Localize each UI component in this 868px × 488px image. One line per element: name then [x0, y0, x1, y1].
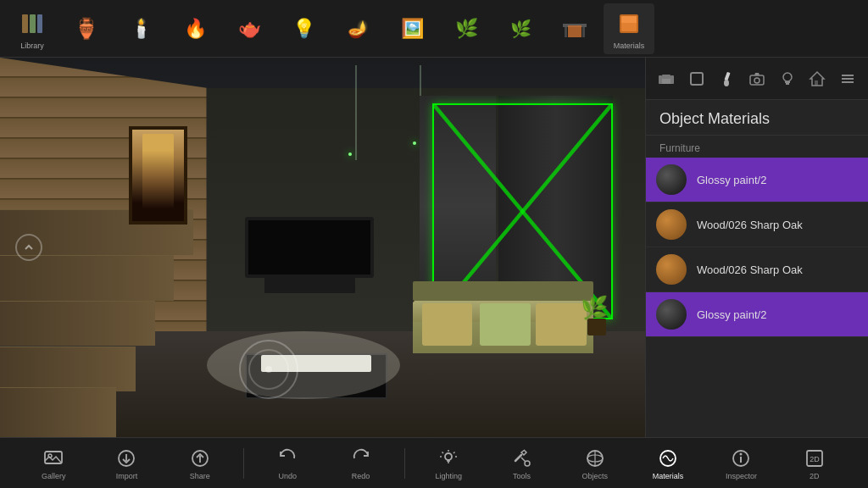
svg-line-46 [521, 458, 526, 462]
svg-line-42 [442, 452, 444, 453]
bottom-tool-tools[interactable]: Tools [492, 441, 552, 485]
top-tool-library[interactable]: Library [7, 3, 58, 54]
bottom-toolbar: Gallery Import Share [0, 437, 868, 488]
svg-point-36 [445, 453, 452, 460]
svg-line-44 [515, 455, 521, 461]
svg-rect-6 [568, 25, 581, 37]
svg-rect-4 [565, 27, 567, 37]
svg-marker-9 [621, 16, 637, 23]
svg-rect-28 [815, 80, 818, 86]
artwork [129, 126, 186, 225]
bottom-tool-share[interactable]: Share [170, 441, 230, 485]
svg-rect-29 [842, 75, 854, 76]
bottom-tool-lighting[interactable]: Lighting [419, 441, 478, 485]
material-item-2[interactable]: Wood/026 Sharp Oak [646, 202, 868, 247]
panel-icon-bar [646, 58, 868, 100]
svg-rect-15 [659, 75, 662, 84]
svg-rect-17 [662, 75, 670, 79]
material-thumb-1 [656, 164, 687, 195]
navigation-circle[interactable] [239, 340, 298, 399]
svg-point-13 [265, 366, 272, 373]
material-name-3: Wood/026 Sharp Oak [697, 263, 803, 276]
toolbar-divider-2 [404, 448, 405, 479]
bottom-tool-materials[interactable]: Materials [638, 441, 698, 485]
bottom-tool-import[interactable]: Import [97, 441, 156, 485]
svg-rect-18 [691, 73, 703, 85]
svg-point-24 [783, 73, 792, 81]
top-tool-plant2[interactable]: 🌿 [495, 3, 546, 54]
svg-rect-26 [786, 83, 789, 85]
side-panel: Object Materials Furniture Glossy paint/… [645, 58, 868, 437]
svg-rect-0 [22, 14, 28, 33]
toolbar-divider-1 [243, 448, 244, 479]
bottom-tool-redo[interactable]: Redo [331, 441, 391, 485]
main-area: 🌿 [0, 58, 868, 437]
panel-title: Object Materials [659, 110, 854, 128]
panel-icon-bulb[interactable] [774, 64, 801, 94]
sofa [413, 301, 593, 354]
svg-rect-16 [670, 75, 674, 84]
top-tool-fireplace[interactable]: 🔥 [170, 3, 220, 54]
panel-category: Furniture [646, 136, 868, 158]
svg-rect-38 [448, 462, 449, 463]
top-tool-lamp[interactable]: 🕯️ [115, 3, 166, 54]
top-tool-table[interactable] [549, 3, 600, 54]
panel-icon-brush[interactable] [713, 64, 740, 94]
svg-rect-30 [842, 78, 854, 80]
viewport-3d[interactable]: 🌿 [0, 58, 645, 437]
panel-title-bar: Object Materials [646, 100, 868, 136]
bottom-tool-2d[interactable]: 2D 2D [785, 441, 844, 485]
svg-rect-37 [447, 460, 450, 462]
materials-list: Glossy paint/2 Wood/026 Sharp Oak Wood/0… [646, 158, 868, 437]
bottom-tool-gallery[interactable]: Gallery [24, 441, 83, 485]
top-tool-picture[interactable]: 🖼️ [387, 3, 437, 54]
bottom-tool-undo[interactable]: Undo [258, 441, 317, 485]
material-item-1[interactable]: Glossy paint/2 [646, 158, 868, 202]
svg-point-20 [724, 80, 729, 86]
panel-icon-home[interactable] [804, 64, 832, 94]
svg-line-40 [453, 452, 455, 453]
svg-text:2D: 2D [810, 455, 820, 463]
scroll-hint[interactable] [15, 234, 42, 261]
svg-point-53 [740, 452, 743, 455]
material-thumb-3 [656, 254, 687, 285]
material-thumb-4 [656, 299, 687, 330]
bottom-tool-objects[interactable]: Objects [565, 441, 625, 485]
svg-rect-5 [582, 27, 585, 37]
top-tool-vase[interactable]: 🏺 [61, 3, 112, 54]
top-tool-plant1[interactable]: 🌿 [441, 3, 492, 54]
svg-rect-19 [725, 71, 731, 80]
panel-icon-sofa[interactable] [653, 64, 680, 94]
svg-point-45 [525, 461, 530, 466]
svg-rect-25 [785, 81, 790, 83]
tv [245, 217, 374, 278]
top-tool-teapot[interactable]: 🫖 [224, 3, 275, 54]
material-thumb-2 [656, 209, 687, 240]
bottom-tool-inspector[interactable]: Inspector [711, 441, 771, 485]
svg-point-22 [754, 78, 760, 83]
material-item-3[interactable]: Wood/026 Sharp Oak [646, 247, 868, 292]
material-item-4[interactable]: Glossy paint/2 [646, 292, 868, 337]
material-name-2: Wood/026 Sharp Oak [697, 219, 803, 231]
material-name-1: Glossy paint/2 [697, 174, 766, 186]
panel-icon-camera[interactable] [743, 64, 771, 94]
svg-rect-1 [30, 14, 36, 33]
room-scene: 🌿 [0, 58, 645, 437]
svg-rect-31 [842, 81, 854, 83]
top-tool-materials[interactable]: Materials [604, 3, 654, 54]
plant-pot: 🌿 [581, 297, 613, 353]
top-tool-candle[interactable]: 🪔 [332, 3, 383, 54]
svg-rect-2 [37, 14, 42, 33]
material-name-4: Glossy paint/2 [697, 308, 766, 321]
panel-icon-square[interactable] [683, 64, 710, 94]
top-tool-floorlamp[interactable]: 💡 [278, 3, 329, 54]
top-toolbar: Library 🏺 🕯️ 🔥 🫖 💡 🪔 🖼️ 🌿 🌿 [0, 0, 868, 58]
svg-marker-23 [754, 73, 760, 75]
panel-icon-list[interactable] [834, 64, 861, 94]
